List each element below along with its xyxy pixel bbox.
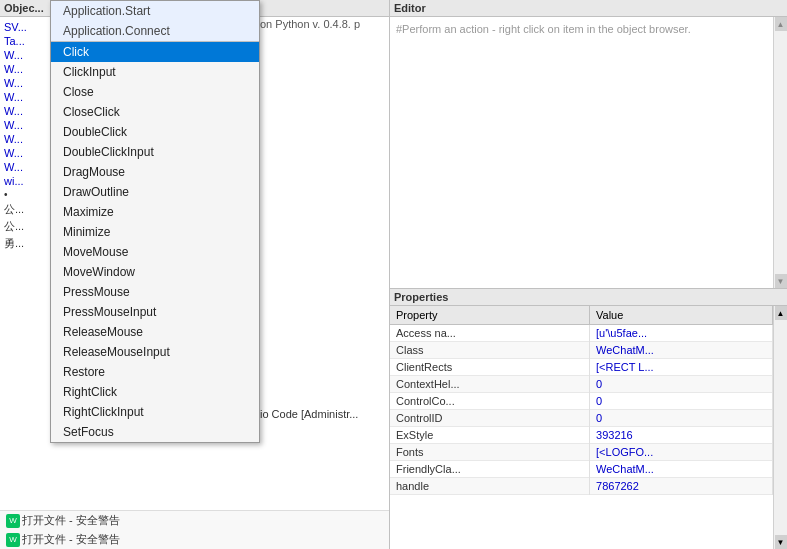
prop-value-cell: [<RECT L... — [590, 359, 773, 376]
prop-row[interactable]: ContextHel...0 — [390, 376, 773, 393]
prop-name-cell: Class — [390, 342, 590, 359]
menu-item-dragmouse[interactable]: DragMouse — [51, 162, 259, 182]
menu-item-pressmouse[interactable]: PressMouse — [51, 282, 259, 302]
prop-row[interactable]: ControlID0 — [390, 410, 773, 427]
menu-item-closeclick[interactable]: CloseClick — [51, 102, 259, 122]
editor-placeholder: #Perform an action - right click on item… — [396, 23, 691, 35]
prop-name-cell: ControlCo... — [390, 393, 590, 410]
prop-value-cell: WeChatM... — [590, 342, 773, 359]
editor-header: Editor — [390, 0, 787, 17]
bottom-item-2[interactable]: W 打开文件 - 安全警告 — [0, 530, 389, 549]
scroll-down-arrow[interactable]: ▼ — [775, 274, 787, 288]
code-text: io Code [Administr... — [260, 408, 380, 420]
props-scroll-down[interactable]: ▼ — [775, 535, 787, 549]
scroll-up-arrow[interactable]: ▲ — [775, 17, 787, 31]
bottom-item-1[interactable]: W 打开文件 - 安全警告 — [0, 511, 389, 530]
menu-item-doubleclick[interactable]: DoubleClick — [51, 122, 259, 142]
menu-item-click[interactable]: Click — [51, 42, 259, 62]
prop-row[interactable]: ExStyle393216 — [390, 427, 773, 444]
bottom-items-area: W 打开文件 - 安全警告 W 打开文件 - 安全警告 — [0, 510, 389, 549]
prop-row[interactable]: ClientRects[<RECT L... — [390, 359, 773, 376]
python-version-text: on Python v. 0.4.8. p — [260, 18, 380, 30]
prop-row[interactable]: handle7867262 — [390, 478, 773, 495]
prop-name-cell: FriendlyCla... — [390, 461, 590, 478]
editor-body[interactable]: #Perform an action - right click on item… — [390, 17, 787, 288]
menu-item-clickinput[interactable]: ClickInput — [51, 62, 259, 82]
menu-item-setfocus[interactable]: SetFocus — [51, 422, 259, 442]
menu-item-releasemouse[interactable]: ReleaseMouse — [51, 322, 259, 342]
menu-item-restore[interactable]: Restore — [51, 362, 259, 382]
prop-value-cell: WeChatM... — [590, 461, 773, 478]
col-header-value: Value — [590, 306, 773, 325]
menu-item-rightclick[interactable]: RightClick — [51, 382, 259, 402]
properties-section: Properties Property Value Access na...[u… — [390, 289, 787, 549]
prop-value-cell: [<LOGFO... — [590, 444, 773, 461]
props-scroll-up[interactable]: ▲ — [775, 306, 787, 320]
prop-row[interactable]: Fonts[<LOGFO... — [390, 444, 773, 461]
prop-name-cell: ControlID — [390, 410, 590, 427]
prop-name-cell: Fonts — [390, 444, 590, 461]
weixin-icon: W — [6, 514, 20, 528]
prop-name-cell: ExStyle — [390, 427, 590, 444]
menu-item-close[interactable]: Close — [51, 82, 259, 102]
right-panel: Editor #Perform an action - right click … — [390, 0, 787, 549]
menu-item-doubleclickinput[interactable]: DoubleClickInput — [51, 142, 259, 162]
prop-name-cell: ContextHel... — [390, 376, 590, 393]
prop-value-cell: 0 — [590, 393, 773, 410]
context-menu: Application.Start Application.Connect Cl… — [50, 0, 260, 443]
menu-item-pressmouseinput[interactable]: PressMouseInput — [51, 302, 259, 322]
editor-scrollbar[interactable]: ▲ ▼ — [773, 17, 787, 288]
prop-value-cell: 7867262 — [590, 478, 773, 495]
menu-item-minimize[interactable]: Minimize — [51, 222, 259, 242]
prop-value-cell: [u'\u5fae... — [590, 325, 773, 342]
menu-item-movemouse[interactable]: MoveMouse — [51, 242, 259, 262]
weixin-icon-2: W — [6, 533, 20, 547]
prop-table: Property Value Access na...[u'\u5fae...C… — [390, 306, 773, 495]
prop-value-cell: 393216 — [590, 427, 773, 444]
left-panel: Objec... SV... Ta... W... W... W... W...… — [0, 0, 390, 549]
menu-item-maximize[interactable]: Maximize — [51, 202, 259, 222]
properties-table: Property Value Access na...[u'\u5fae...C… — [390, 306, 773, 549]
prop-row[interactable]: ClassWeChatM... — [390, 342, 773, 359]
prop-row[interactable]: FriendlyCla...WeChatM... — [390, 461, 773, 478]
menu-item-rightclickinput[interactable]: RightClickInput — [51, 402, 259, 422]
prop-name-cell: ClientRects — [390, 359, 590, 376]
editor-section: Editor #Perform an action - right click … — [390, 0, 787, 289]
prop-value-cell: 0 — [590, 410, 773, 427]
menu-item-releasemouseinput[interactable]: ReleaseMouseInput — [51, 342, 259, 362]
menu-item-application-connect[interactable]: Application.Connect — [51, 21, 259, 41]
col-header-property: Property — [390, 306, 590, 325]
prop-value-cell: 0 — [590, 376, 773, 393]
menu-item-movewindow[interactable]: MoveWindow — [51, 262, 259, 282]
menu-item-application-start[interactable]: Application.Start — [51, 1, 259, 21]
left-panel-title: Objec... — [4, 2, 44, 14]
editor-title: Editor — [394, 2, 426, 14]
prop-name-cell: handle — [390, 478, 590, 495]
menu-item-drawoutline[interactable]: DrawOutline — [51, 182, 259, 202]
properties-scrollbar[interactable]: ▲ ▼ — [773, 306, 787, 549]
context-menu-top-section: Application.Start Application.Connect — [51, 1, 259, 42]
properties-header: Properties — [390, 289, 787, 306]
prop-name-cell: Access na... — [390, 325, 590, 342]
prop-row[interactable]: ControlCo...0 — [390, 393, 773, 410]
properties-title: Properties — [394, 291, 448, 303]
properties-body: Property Value Access na...[u'\u5fae...C… — [390, 306, 787, 549]
prop-row[interactable]: Access na...[u'\u5fae... — [390, 325, 773, 342]
